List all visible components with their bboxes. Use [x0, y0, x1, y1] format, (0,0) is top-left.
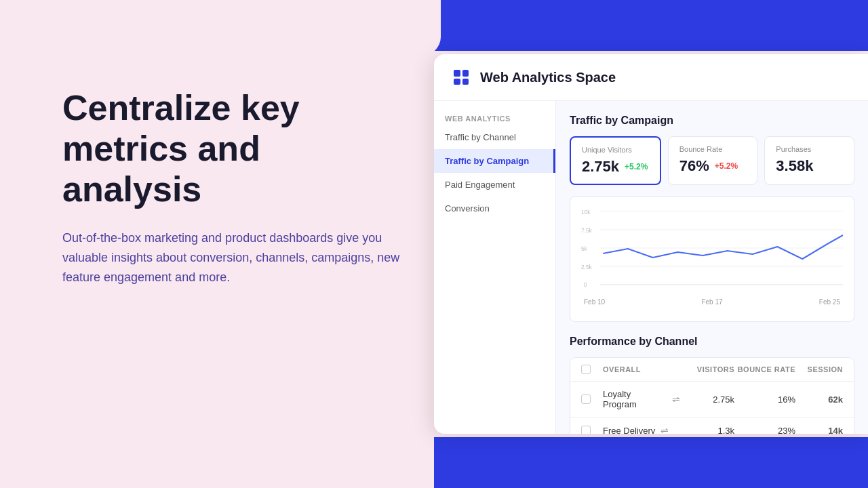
metric-value-purchases: 3.58k	[776, 157, 843, 175]
row-visitors-2: 1.3k	[680, 426, 734, 434]
row-visitors-1: 2.75k	[680, 394, 734, 405]
row-checkbox-2[interactable]	[581, 426, 597, 434]
sidebar-nav: Web Analytics Traffic by Channel Traffic…	[434, 101, 556, 434]
metric-cards: Unique Visitors 2.75k +5.2% Bounce Rate …	[570, 136, 854, 185]
th-session: SESSION	[795, 365, 843, 373]
hero-heading: Centralize key metrics and analysis	[62, 88, 401, 209]
metric-label-bounce: Bounce Rate	[679, 145, 747, 153]
th-visitors: VISITORS	[680, 365, 734, 373]
chart-container: 10k 7.5k 5k 2.5k 0 Feb 10 Feb 17 Feb 25	[570, 196, 854, 322]
nav-section-label: Web Analytics	[434, 109, 555, 125]
campaign-section-title: Traffic by Campaign	[570, 115, 854, 127]
row-name-1: Loyalty Program ⇌	[597, 389, 680, 409]
main-content: Traffic by Campaign Unique Visitors 2.75…	[556, 101, 868, 434]
sidebar-item-paid-engagement[interactable]: Paid Engagement	[434, 173, 555, 197]
table-row: Loyalty Program ⇌ 2.75k 16% 62k	[570, 382, 854, 418]
header-checkbox[interactable]	[581, 365, 597, 374]
th-bounce-rate: BOUNCE RATE	[734, 365, 795, 373]
metric-card-unique-visitors: Unique Visitors 2.75k +5.2%	[570, 136, 661, 185]
filter-icon-1[interactable]: ⇌	[672, 394, 680, 405]
pink-blob	[264, 0, 441, 75]
metric-card-bounce-rate: Bounce Rate 76% +5.2%	[668, 136, 758, 185]
metric-value-bounce: 76% +5.2%	[679, 157, 747, 175]
table-row: Free Delivery ⇌ 1.3k 23% 14k	[570, 418, 854, 434]
line-chart: 10k 7.5k 5k 2.5k 0	[581, 205, 843, 293]
metric-label-purchases: Purchases	[776, 145, 843, 153]
hero-text: Centralize key metrics and analysis Out-…	[62, 88, 401, 287]
metric-change-visitors: +5.2%	[625, 162, 648, 171]
row-session-2: 14k	[795, 426, 843, 434]
svg-text:7.5k: 7.5k	[581, 227, 592, 234]
svg-text:10k: 10k	[581, 209, 591, 216]
filter-icon-2[interactable]: ⇌	[660, 425, 669, 434]
row-bounce-1: 16%	[734, 394, 795, 405]
metric-card-purchases: Purchases 3.58k	[764, 136, 854, 185]
chart-area: 10k 7.5k 5k 2.5k 0 Feb 10 Feb 17 Feb 25	[581, 205, 843, 313]
row-bounce-2: 23%	[734, 426, 795, 434]
dashboard-title: Web Analytics Space	[480, 70, 616, 85]
sidebar-item-traffic-by-channel[interactable]: Traffic by Channel	[434, 125, 555, 149]
select-all-checkbox[interactable]	[581, 365, 591, 374]
table-header: OVERALL VISITORS BOUNCE RATE SESSION	[570, 358, 854, 382]
bg-blue-top	[366, 0, 868, 51]
row-session-1: 62k	[795, 394, 843, 405]
dashboard: Web Analytics Space Web Analytics Traffi…	[434, 54, 868, 434]
performance-table: OVERALL VISITORS BOUNCE RATE SESSION Loy…	[570, 357, 854, 434]
metric-change-bounce: +5.2%	[715, 161, 738, 171]
svg-text:2.5k: 2.5k	[581, 264, 592, 270]
chart-x-labels: Feb 10 Feb 17 Feb 25	[581, 298, 843, 306]
metric-label-visitors: Unique Visitors	[582, 146, 649, 154]
row-checkbox-1[interactable]	[581, 394, 597, 404]
sidebar-item-traffic-by-campaign[interactable]: Traffic by Campaign	[434, 149, 555, 173]
th-overall: OVERALL	[597, 365, 680, 373]
row-name-2: Free Delivery ⇌	[597, 425, 680, 434]
dashboard-body: Web Analytics Traffic by Channel Traffic…	[434, 101, 868, 434]
app-icon	[450, 66, 472, 88]
svg-text:0: 0	[584, 281, 587, 288]
bg-blue-bottom	[434, 437, 868, 488]
sidebar-item-conversion[interactable]: Conversion	[434, 197, 555, 220]
grid-icon	[454, 70, 469, 85]
dashboard-header: Web Analytics Space	[434, 54, 868, 101]
svg-text:5k: 5k	[581, 245, 587, 252]
performance-section-title: Performance by Channel	[570, 336, 854, 348]
performance-section: Performance by Channel OVERALL VISITORS …	[570, 336, 854, 434]
hero-subtext: Out-of-the-box marketing and product das…	[62, 228, 401, 287]
metric-value-visitors: 2.75k +5.2%	[582, 158, 649, 176]
